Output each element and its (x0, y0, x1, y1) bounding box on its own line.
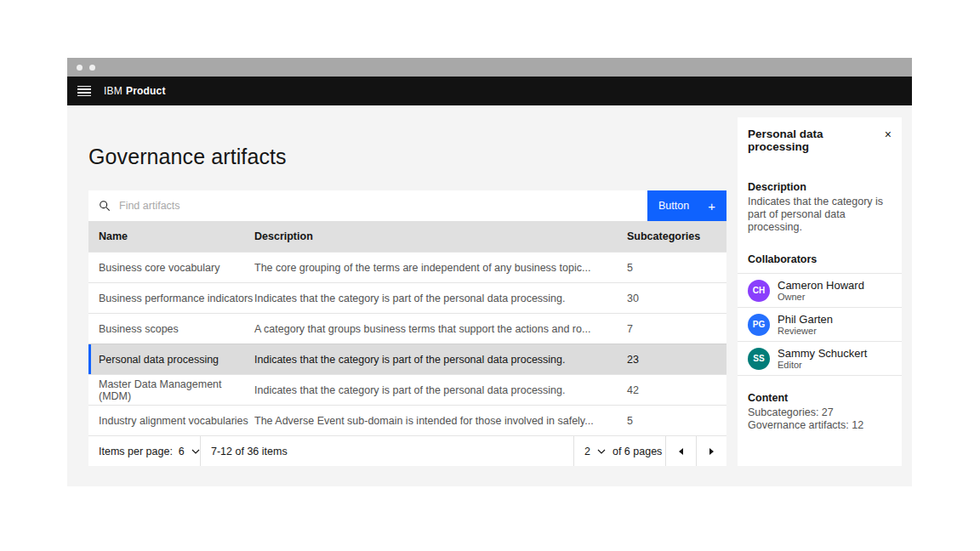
app-window: IBMProduct Governance artifacts Button +… (67, 58, 912, 486)
close-icon[interactable]: × (885, 128, 892, 140)
items-per-page-select[interactable]: Items per page: 6 (88, 436, 201, 466)
add-button-label: Button (658, 200, 689, 212)
caret-right-icon (709, 448, 714, 455)
pagination-range-text: 7-12 of 36 items (201, 446, 573, 457)
search-field[interactable] (88, 190, 647, 221)
description-heading: Description (748, 181, 892, 193)
main-content: Governance artifacts Button + Name Descr… (67, 105, 912, 486)
collaborator-row[interactable]: SS Sammy Schuckert Editor (738, 342, 902, 376)
hamburger-menu-icon[interactable] (77, 86, 91, 97)
description-body: Indicates that the category is part of p… (748, 196, 892, 234)
column-header-name[interactable]: Name (88, 230, 254, 242)
content-line: Subcategories: 27 (748, 406, 892, 419)
cell-name: Personal data processing (88, 354, 254, 366)
panel-title: Personal data processing (748, 128, 885, 153)
cell-description: A category that groups business terms th… (254, 323, 627, 335)
collaborator-role: Reviewer (778, 326, 833, 337)
content-line: Governance artifacts: 12 (748, 419, 892, 432)
panel-header: Personal data processing × (738, 117, 902, 153)
cell-description: Indicates that the category is part of t… (254, 384, 627, 396)
table-header-row: Name Description Subcategories (88, 221, 726, 252)
cell-subcategories: 23 (627, 354, 726, 366)
table-row[interactable]: Industry alignment vocabularies The Adve… (88, 405, 726, 435)
app-header: IBMProduct (67, 77, 912, 105)
cell-subcategories: 5 (627, 415, 726, 427)
browser-chrome (67, 58, 912, 77)
cell-subcategories: 30 (627, 293, 726, 304)
caret-left-icon (679, 448, 683, 455)
collaborator-name: Sammy Schuckert (778, 347, 867, 360)
cell-name: Business performance indicators (88, 293, 254, 304)
cell-description: Indicates that the category is part of t… (254, 354, 627, 366)
table-row[interactable]: Business core vocabulary The core groupi… (88, 252, 726, 282)
brand-name: Product (126, 85, 166, 97)
content-heading: Content (748, 392, 892, 404)
table-row-selected[interactable]: Personal data processing Indicates that … (88, 344, 726, 374)
avatar: SS (748, 348, 770, 370)
collaborator-role: Owner (778, 292, 864, 303)
content-section: Content Subcategories: 27 Governance art… (738, 376, 902, 432)
table-toolbar: Button + (88, 190, 726, 221)
search-icon (99, 200, 111, 212)
add-button[interactable]: Button + (647, 190, 726, 221)
column-header-subcategories[interactable]: Subcategories (627, 230, 726, 242)
page-number-value: 2 (584, 446, 590, 457)
cell-subcategories: 42 (627, 384, 726, 396)
search-input[interactable] (119, 200, 613, 212)
plus-icon: + (708, 200, 715, 213)
collaborator-name: Phil Garten (778, 313, 833, 326)
avatar: PG (748, 314, 770, 336)
collaborators-heading: Collaborators (738, 245, 902, 274)
cell-subcategories: 7 (627, 323, 726, 335)
next-page-button[interactable] (696, 436, 726, 466)
chevron-down-icon (191, 449, 200, 454)
cell-description: Indicates that the category is part of t… (254, 293, 627, 304)
window-control-dot[interactable] (77, 65, 83, 71)
description-section: Description Indicates that the category … (738, 181, 902, 234)
cell-subcategories: 5 (627, 262, 726, 274)
table-row[interactable]: Business performance indicators Indicate… (88, 282, 726, 313)
pages-text: of 6 pages (612, 446, 662, 457)
cell-name: Master Data Management (MDM) (88, 378, 254, 402)
collaborator-row[interactable]: PG Phil Garten Reviewer (738, 308, 902, 342)
collaborator-name: Cameron Howard (778, 279, 864, 292)
details-side-panel: Personal data processing × Description I… (738, 117, 902, 466)
cell-name: Business core vocabulary (88, 262, 254, 274)
brand-prefix: IBM (104, 85, 122, 97)
cell-name: Business scopes (88, 323, 254, 335)
column-header-description[interactable]: Description (254, 230, 627, 242)
items-per-page-value: 6 (179, 446, 185, 457)
collaborator-row[interactable]: CH Cameron Howard Owner (738, 274, 902, 308)
window-control-dot[interactable] (89, 65, 95, 71)
cell-name: Industry alignment vocabularies (88, 415, 254, 427)
page-title: Governance artifacts (88, 145, 287, 169)
avatar: CH (748, 280, 770, 302)
page-number-select[interactable]: 2 of 6 pages (573, 436, 665, 466)
chevron-down-icon (597, 449, 606, 454)
table-row[interactable]: Master Data Management (MDM) Indicates t… (88, 374, 726, 405)
collaborator-role: Editor (778, 360, 867, 371)
artifacts-table: Name Description Subcategories Business … (88, 221, 726, 435)
previous-page-button[interactable] (665, 436, 696, 466)
cell-description: The core grouping of the terms are indep… (254, 262, 627, 274)
brand: IBMProduct (104, 85, 166, 97)
items-per-page-label: Items per page: (99, 446, 173, 457)
table-row[interactable]: Business scopes A category that groups b… (88, 313, 726, 344)
pagination-bar: Items per page: 6 7-12 of 36 items 2 of … (88, 435, 726, 466)
cell-description: The Adverse Event sub-domain is intended… (254, 415, 627, 427)
